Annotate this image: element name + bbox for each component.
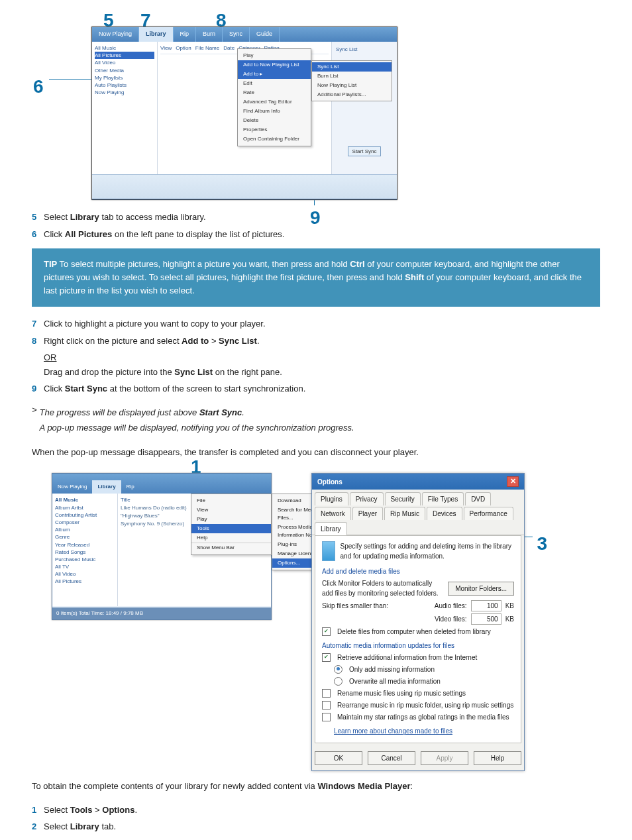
radio-overwrite[interactable] [334,677,342,686]
opt-tab-player[interactable]: Player [352,507,383,520]
menu-view[interactable]: View [191,505,271,515]
tree2-all-video[interactable]: All Video [55,570,115,578]
step-b2: Select Library tab. [44,820,600,833]
ctx-find-album[interactable]: Find Album Info [238,107,311,116]
tree2-contrib[interactable]: Contributing Artist [55,511,115,519]
ctx-sub-addl[interactable]: Additional Playlists... [312,90,392,99]
opt-tab-privacy[interactable]: Privacy [350,492,384,505]
opt-tab-filetypes[interactable]: File Types [422,492,464,505]
tree-all-music[interactable]: All Music [95,44,154,52]
chk-retrieve[interactable] [322,653,331,662]
sec-auto-update: Automatic media information updates for … [322,641,514,651]
tab-rip[interactable]: Rip [174,27,197,42]
step-num-9: 9 [32,382,44,395]
context-submenu[interactable]: Sync List Burn List Now Playing List Add… [311,60,392,101]
player-footer [92,174,397,199]
tab-sync[interactable]: Sync [223,27,250,42]
tree2-composer[interactable]: Composer [55,519,115,526]
ctx-rate[interactable]: Rate [238,88,311,97]
video-size-input[interactable]: 500 [471,613,501,625]
tab-library[interactable]: Library [139,27,174,42]
ctx-sub-burn-list[interactable]: Burn List [312,72,392,81]
ctx-properties[interactable]: Properties [238,125,311,134]
help-button[interactable]: Help [474,751,521,765]
tree2-year[interactable]: Year Released [55,541,115,549]
tab-burn[interactable]: Burn [196,27,223,42]
step-b1: Select Tools > Options. [44,804,600,817]
tree2-all-pictures[interactable]: All Pictures [55,578,115,585]
library-tree-2[interactable]: All Music Album Artist Contributing Arti… [52,494,118,606]
tools-dropdown[interactable]: File View Play Tools Help Show Menu Bar [191,494,272,555]
chk-rename[interactable] [322,689,331,698]
ctx-add-to-np[interactable]: Add to Now Playing List [238,60,311,70]
chk-ratings[interactable] [322,713,331,721]
learn-link[interactable]: Learn more about changes made to files [334,727,452,735]
close-icon[interactable]: ✕ [507,476,519,487]
ctx-sub-np-list[interactable]: Now Playing List [312,81,392,90]
tab2-now-playing[interactable]: Now Playing [52,480,92,494]
ctx-edit[interactable]: Edit [238,79,311,88]
tab2-rip[interactable]: Rip [121,480,140,494]
chk-rearrange[interactable] [322,701,331,709]
menu-help[interactable]: Help [191,533,271,543]
tree-now-playing[interactable]: Now Playing [95,89,154,96]
ok-button[interactable]: OK [315,751,362,765]
radio-missing-label: Only add missing information [349,664,435,674]
menu-file[interactable]: File [191,496,271,505]
start-sync-button[interactable]: Start Sync [348,146,382,156]
screenshot-tools-menu: Now Playing Library Rip All Music Album … [52,473,272,620]
kb-1: KB [505,601,514,611]
opt-tab-devices[interactable]: Devices [427,507,462,520]
audio-size-input[interactable]: 100 [471,600,501,611]
cancel-button[interactable]: Cancel [368,751,415,765]
col-option: Option [176,44,191,52]
library-tree[interactable]: All Music All Pictures All Video Other M… [92,42,158,174]
opt-tab-performance[interactable]: Performance [464,507,513,520]
monitor-folders-button[interactable]: Monitor Folders... [448,582,514,596]
sec-add-delete: Add and delete media files [322,566,514,576]
tree2-all-music[interactable]: All Music [55,496,115,503]
ctx-open-folder[interactable]: Open Containing Folder [238,134,311,144]
opt-tab-security[interactable]: Security [385,492,421,505]
tree-my-playlists[interactable]: My Playlists [95,74,154,81]
chk-delete-label: Delete files from computer when deleted … [337,627,491,637]
ctx-delete[interactable]: Delete [238,116,311,125]
opt-tab-library[interactable]: Library [315,522,347,535]
tab2-library[interactable]: Library [92,480,121,494]
note-caret: > [32,403,37,437]
tree-all-pictures[interactable]: All Pictures [95,52,154,59]
library-icon [322,541,335,561]
opt-tab-plugins[interactable]: Plugins [315,492,348,505]
ctx-sub-sync-list[interactable]: Sync List [312,62,392,72]
ctx-adv-tag[interactable]: Advanced Tag Editor [238,97,311,107]
tree2-album[interactable]: Album [55,526,115,533]
ctx-play[interactable]: Play [238,51,311,60]
tree-auto-playlists[interactable]: Auto Playlists [95,81,154,89]
menu-play[interactable]: Play [191,515,271,524]
tree-other-media[interactable]: Other Media [95,67,154,74]
tree2-all-tv[interactable]: All TV [55,563,115,570]
dialog-titlebar: Options ✕ [312,474,524,490]
library-main-2: Title Like Humans Do (radio edit) "Highw… [118,494,271,606]
tree-all-video[interactable]: All Video [95,59,154,66]
apply-button[interactable]: Apply [421,751,468,765]
menu-tools[interactable]: Tools [191,524,271,533]
tree2-genre[interactable]: Genre [55,533,115,541]
opt-tab-ripmusic[interactable]: Rip Music [384,507,425,520]
tree2-rated[interactable]: Rated Songs [55,549,115,556]
tab-guide[interactable]: Guide [250,27,280,42]
video-label: Video files: [435,614,467,624]
tab-now-playing[interactable]: Now Playing [92,27,139,42]
opt-tab-dvd[interactable]: DVD [465,492,491,505]
step-6: Click All Pictures on the left pane to d… [44,228,600,241]
sync-list-title: Sync List [335,44,394,55]
menu-show-menubar[interactable]: Show Menu Bar [191,543,271,552]
opt-tab-network[interactable]: Network [315,507,351,520]
ctx-add-to[interactable]: Add to ▸ [238,70,311,79]
radio-missing[interactable] [334,665,342,674]
context-menu[interactable]: Play Add to Now Playing List Add to ▸ Ed… [237,48,311,146]
radio-overwrite-label: Overwrite all media information [349,676,441,686]
tree2-purchased[interactable]: Purchased Music [55,556,115,563]
tree2-album-artist[interactable]: Album Artist [55,504,115,511]
chk-delete[interactable] [322,627,331,636]
